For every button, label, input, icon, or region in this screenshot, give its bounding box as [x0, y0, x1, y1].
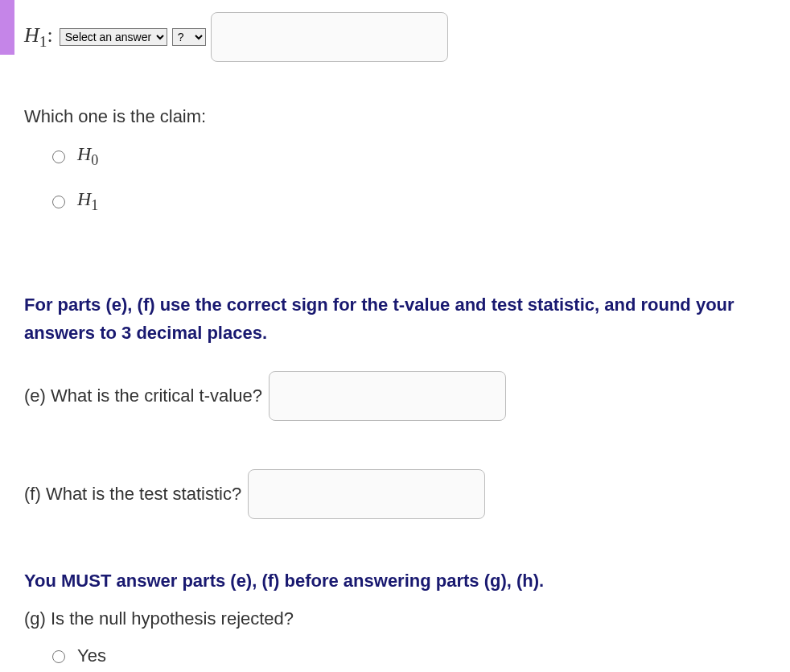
claim-option-h0[interactable]: H0 [48, 143, 766, 169]
part-g-label: (g) Is the null hypothesis rejected? [24, 608, 766, 629]
claim-option-h1[interactable]: H1 [48, 188, 766, 214]
part-e-label: (e) What is the critical t-value? [24, 385, 262, 406]
h1-hypothesis-row: H1: Select an answer ? [24, 12, 766, 62]
part-e-row: (e) What is the critical t-value? [24, 371, 766, 421]
instruction-gh: You MUST answer parts (e), (f) before an… [24, 567, 766, 594]
h1-label: H1: [24, 23, 53, 51]
claim-h1-label: H1 [77, 188, 98, 214]
sidebar-accent [0, 0, 14, 55]
h1-value-input[interactable] [211, 12, 448, 62]
claim-h0-label: H0 [77, 143, 98, 169]
instruction-ef: For parts (e), (f) use the correct sign … [24, 291, 766, 347]
test-statistic-input[interactable] [248, 469, 485, 519]
part-f-row: (f) What is the test statistic? [24, 469, 766, 519]
radio-h1[interactable] [52, 196, 65, 208]
claim-question: Which one is the claim: [24, 106, 766, 127]
critical-t-value-input[interactable] [269, 371, 506, 421]
h1-operator-select[interactable]: ? [172, 28, 206, 46]
reject-option-yes[interactable]: Yes [48, 645, 766, 666]
claim-radio-group: H0 H1 [24, 143, 766, 214]
reject-yes-label: Yes [77, 645, 106, 666]
h1-parameter-select[interactable]: Select an answer [60, 28, 167, 46]
radio-h0[interactable] [52, 150, 65, 163]
radio-yes[interactable] [52, 650, 65, 663]
part-f-label: (f) What is the test statistic? [24, 484, 241, 505]
part-g-radio-group: Yes No [24, 645, 766, 672]
